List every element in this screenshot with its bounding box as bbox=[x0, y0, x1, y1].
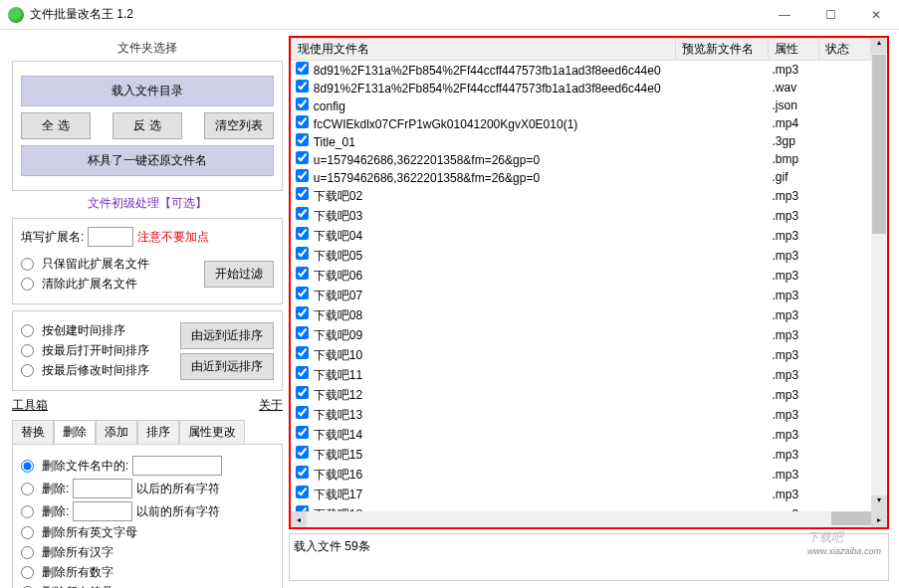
del-in-name-input[interactable] bbox=[132, 456, 222, 476]
tab-add[interactable]: 添加 bbox=[96, 420, 137, 444]
table-row[interactable]: 下载吧10.mp3 bbox=[292, 345, 871, 365]
table-row[interactable]: u=1579462686,3622201358&fm=26&gp=0.bmp bbox=[292, 150, 871, 168]
table-row[interactable]: 下载吧15.mp3 bbox=[292, 445, 871, 465]
col-current[interactable]: 现使用文件名 bbox=[292, 39, 676, 61]
del-in-name-radio[interactable] bbox=[21, 460, 34, 473]
row-checkbox[interactable] bbox=[296, 287, 309, 299]
row-checkbox[interactable] bbox=[296, 115, 309, 128]
horizontal-scrollbar[interactable]: ◂▸ bbox=[291, 511, 887, 527]
sort-near-far-button[interactable]: 由近到远排序 bbox=[180, 353, 274, 380]
table-row[interactable]: u=1579462686,3622201358&fm=26&gp=0.gif bbox=[292, 168, 871, 186]
table-row[interactable]: 下载吧04.mp3 bbox=[292, 226, 871, 246]
sort-opened-radio[interactable] bbox=[21, 344, 34, 357]
col-preview[interactable]: 预览新文件名 bbox=[676, 39, 769, 61]
row-checkbox[interactable] bbox=[296, 406, 309, 419]
table-row[interactable]: Title_01.3gp bbox=[292, 132, 871, 150]
table-row[interactable]: 下载吧08.mp3 bbox=[292, 305, 871, 325]
table-row[interactable]: 下载吧16.mp3 bbox=[292, 465, 871, 485]
row-checkbox[interactable] bbox=[296, 446, 309, 459]
file-name: u=1579462686,3622201358&fm=26&gp=0 bbox=[314, 171, 540, 185]
row-checkbox[interactable] bbox=[296, 187, 309, 200]
restore-button[interactable]: 杯具了一键还原文件名 bbox=[21, 145, 274, 176]
table-row[interactable]: 下载吧17.mp3 bbox=[292, 485, 871, 504]
tab-delete[interactable]: 删除 bbox=[54, 420, 96, 444]
select-all-button[interactable]: 全 选 bbox=[21, 112, 91, 139]
table-row[interactable]: 下载吧05.mp3 bbox=[292, 246, 871, 266]
file-name: 下载吧11 bbox=[314, 368, 362, 382]
clear-list-button[interactable]: 清空列表 bbox=[204, 112, 274, 139]
file-ext: .bmp bbox=[768, 150, 818, 168]
table-row[interactable]: 下载吧09.mp3 bbox=[292, 325, 871, 345]
keep-ext-radio[interactable] bbox=[21, 258, 34, 271]
del-after-radio[interactable] bbox=[21, 483, 34, 495]
toolbox-link[interactable]: 工具箱 bbox=[12, 397, 48, 414]
table-row[interactable]: 8d91%2F131a%2Fb854%2Ff44ccff447573fb1a1a… bbox=[292, 61, 871, 80]
file-ext: .mp3 bbox=[768, 425, 818, 445]
row-checkbox[interactable] bbox=[296, 207, 309, 220]
ext-filter-group: 填写扩展名: 注意不要加点 只保留此扩展名文件 清除此扩展名文件 开始过滤 bbox=[12, 218, 283, 304]
col-status[interactable]: 状态 bbox=[819, 39, 871, 61]
row-checkbox[interactable] bbox=[296, 227, 309, 240]
row-checkbox[interactable] bbox=[296, 366, 309, 379]
row-checkbox[interactable] bbox=[296, 486, 309, 498]
row-checkbox[interactable] bbox=[296, 80, 309, 93]
ext-input[interactable] bbox=[88, 227, 133, 247]
file-ext: .wav bbox=[768, 79, 818, 97]
tab-sort[interactable]: 排序 bbox=[137, 420, 179, 444]
del-before-input[interactable] bbox=[73, 501, 132, 521]
row-checkbox[interactable] bbox=[296, 466, 309, 479]
sort-modified-radio[interactable] bbox=[21, 364, 34, 377]
row-checkbox[interactable] bbox=[296, 426, 309, 439]
table-row[interactable]: 下载吧02.mp3 bbox=[292, 186, 871, 206]
row-checkbox[interactable] bbox=[296, 267, 309, 280]
table-row[interactable]: 下载吧06.mp3 bbox=[292, 266, 871, 286]
vertical-scrollbar[interactable]: ▴▾ bbox=[871, 38, 887, 511]
table-row[interactable]: 下载吧11.mp3 bbox=[292, 365, 871, 385]
file-table: 现使用文件名 预览新文件名 属性 状态 8d91%2F131a%2Fb854%2… bbox=[291, 38, 871, 511]
del-digits-radio[interactable] bbox=[21, 566, 34, 579]
col-attr[interactable]: 属性 bbox=[768, 39, 818, 61]
table-row[interactable]: 下载吧13.mp3 bbox=[292, 405, 871, 425]
del-hanzi-radio[interactable] bbox=[21, 546, 34, 559]
tab-replace[interactable]: 替换 bbox=[12, 420, 54, 444]
table-row[interactable]: 下载吧07.mp3 bbox=[292, 286, 871, 305]
row-checkbox[interactable] bbox=[296, 151, 309, 164]
maximize-button[interactable]: ☐ bbox=[807, 0, 853, 30]
del-ext-radio[interactable] bbox=[21, 278, 34, 291]
minimize-button[interactable]: — bbox=[762, 0, 807, 30]
row-checkbox[interactable] bbox=[296, 326, 309, 339]
row-checkbox[interactable] bbox=[296, 169, 309, 182]
row-checkbox[interactable] bbox=[296, 62, 309, 75]
about-link[interactable]: 关于 bbox=[259, 397, 283, 414]
invert-button[interactable]: 反 选 bbox=[112, 112, 182, 139]
row-checkbox[interactable] bbox=[296, 247, 309, 260]
del-before-radio[interactable] bbox=[21, 505, 34, 518]
table-row[interactable]: 下载吧14.mp3 bbox=[292, 425, 871, 445]
file-name: 下载吧15 bbox=[314, 448, 362, 462]
sort-far-near-button[interactable]: 由远到近排序 bbox=[180, 322, 274, 349]
del-after-input[interactable] bbox=[73, 479, 132, 498]
file-name: 下载吧16 bbox=[314, 468, 362, 482]
row-checkbox[interactable] bbox=[296, 98, 309, 110]
file-name: 下载吧12 bbox=[314, 388, 362, 402]
table-row[interactable]: 下载吧18.mp3 bbox=[292, 504, 871, 511]
row-checkbox[interactable] bbox=[296, 346, 309, 359]
table-row[interactable]: 下载吧03.mp3 bbox=[292, 206, 871, 226]
table-row[interactable]: fcCWIEkdlx07CFrP1wGk01041200KgvX0E010(1)… bbox=[292, 114, 871, 132]
table-row[interactable]: config.json bbox=[292, 97, 871, 114]
load-dir-button[interactable]: 载入文件目录 bbox=[21, 76, 274, 106]
file-name: 下载吧07 bbox=[314, 289, 362, 302]
start-filter-button[interactable]: 开始过滤 bbox=[204, 261, 274, 288]
row-checkbox[interactable] bbox=[296, 306, 309, 319]
sort-created-radio[interactable] bbox=[21, 324, 34, 337]
close-button[interactable]: ✕ bbox=[853, 0, 899, 30]
file-ext: .mp3 bbox=[768, 61, 818, 80]
file-ext: .mp3 bbox=[768, 345, 818, 365]
del-letters-radio[interactable] bbox=[21, 526, 34, 539]
row-checkbox[interactable] bbox=[296, 386, 309, 399]
table-row[interactable]: 下载吧12.mp3 bbox=[292, 385, 871, 405]
tab-attr[interactable]: 属性更改 bbox=[179, 420, 245, 444]
file-ext: .mp3 bbox=[768, 405, 818, 425]
row-checkbox[interactable] bbox=[296, 133, 309, 146]
table-row[interactable]: 8d91%2F131a%2Fb854%2Ff44ccff447573fb1a1a… bbox=[292, 79, 871, 97]
